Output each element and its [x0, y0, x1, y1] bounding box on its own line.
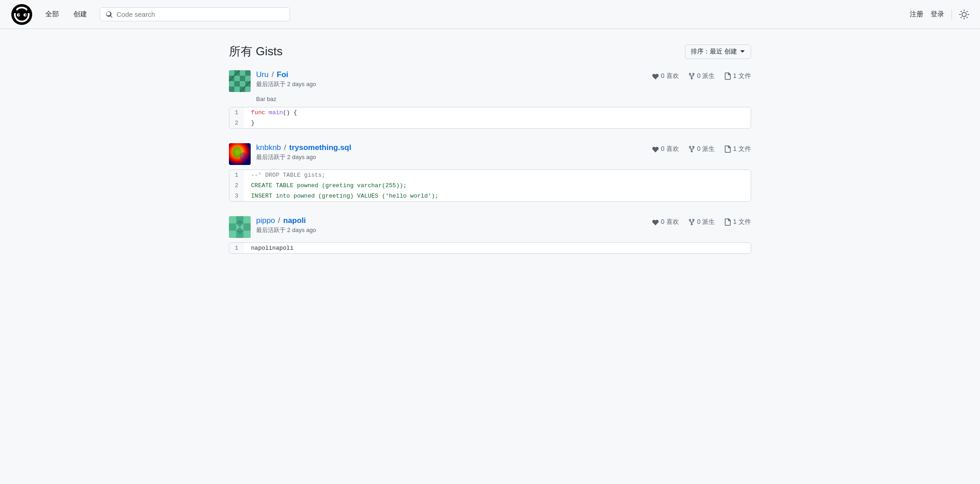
- svg-point-9: [962, 12, 966, 16]
- separator: /: [269, 70, 276, 79]
- svg-rect-21: [240, 70, 245, 76]
- svg-point-39: [240, 152, 247, 161]
- gist-header: knbknb / trysomething.sql 最后活跃于 2 days a…: [229, 143, 751, 165]
- code-block: 1 --' DROP TABLE gists; 2 CREATE TABLE p…: [229, 169, 751, 202]
- gist-filename-link[interactable]: trysomething.sql: [289, 143, 351, 152]
- gist-stats: 0 喜欢 0 派生 1 文件: [652, 70, 751, 80]
- gist-stats: 0 喜欢 0 派生 1 文件: [652, 216, 751, 226]
- chevron-down-icon: [740, 49, 745, 54]
- code-line: 1 --' DROP TABLE gists;: [229, 170, 751, 180]
- gist-name-line: knbknb / trysomething.sql: [256, 143, 351, 152]
- likes-count: 0 喜欢: [661, 218, 679, 226]
- svg-rect-44: [229, 223, 236, 231]
- gist-user-link[interactable]: Uru: [256, 70, 268, 79]
- gist-timestamp: 最后活跃于 2 days ago: [256, 153, 351, 161]
- code-line: 1 func main() {: [229, 107, 751, 118]
- gist-meta: pippo / napoli 最后活跃于 2 days ago: [256, 216, 316, 234]
- svg-rect-19: [229, 70, 234, 76]
- avatar[interactable]: [229, 143, 251, 165]
- svg-rect-31: [229, 87, 234, 92]
- likes-stat[interactable]: 0 喜欢: [652, 145, 679, 153]
- files-stat: 1 文件: [724, 145, 751, 153]
- search-input[interactable]: [116, 10, 284, 18]
- register-link[interactable]: 注册: [910, 10, 923, 19]
- line-code: napolinapoli: [244, 243, 751, 253]
- gist-name-line: pippo / napoli: [256, 216, 316, 225]
- forks-stat[interactable]: 0 派生: [688, 218, 715, 226]
- gist-item: Uru / Foi 最后活跃于 2 days ago 0 喜欢 0 派生 1 文…: [229, 70, 751, 129]
- gist-timestamp: 最后活跃于 2 days ago: [256, 80, 316, 88]
- code-line: 1 napolinapoli: [229, 243, 751, 253]
- svg-line-16: [961, 17, 961, 17]
- line-number: 1: [229, 170, 244, 180]
- avatar[interactable]: [229, 70, 251, 92]
- gist-header: pippo / napoli 最后活跃于 2 days ago 0 喜欢 0 派…: [229, 216, 751, 238]
- theme-toggle-icon[interactable]: [959, 10, 969, 19]
- code-table: 1 --' DROP TABLE gists; 2 CREATE TABLE p…: [229, 170, 751, 201]
- logo[interactable]: [11, 4, 33, 25]
- line-number: 1: [229, 243, 244, 253]
- login-link[interactable]: 登录: [931, 10, 944, 19]
- line-code: CREATE TABLE powned (greeting varchar(25…: [244, 180, 751, 191]
- gist-name-line: Uru / Foi: [256, 70, 316, 79]
- svg-line-17: [967, 11, 967, 11]
- header: 全部 创建 注册 登录: [0, 0, 980, 29]
- header-right: 注册 登录: [910, 9, 969, 20]
- gist-info: knbknb / trysomething.sql 最后活跃于 2 days a…: [229, 143, 351, 165]
- forks-stat[interactable]: 0 派生: [688, 72, 715, 80]
- svg-rect-26: [245, 76, 251, 81]
- svg-line-12: [961, 11, 961, 11]
- sort-dropdown[interactable]: 排序：最近 创建: [685, 44, 751, 59]
- svg-rect-25: [240, 76, 245, 81]
- files-count: 1 文件: [733, 72, 751, 80]
- nav-create[interactable]: 创建: [68, 7, 92, 21]
- line-number: 3: [229, 191, 244, 201]
- likes-stat[interactable]: 0 喜欢: [652, 72, 679, 80]
- gists-list: Uru / Foi 最后活跃于 2 days ago 0 喜欢 0 派生 1 文…: [229, 70, 751, 254]
- svg-rect-34: [245, 87, 251, 92]
- line-number: 2: [229, 118, 244, 128]
- svg-rect-41: [229, 216, 236, 223]
- gist-user-link[interactable]: knbknb: [256, 143, 281, 152]
- gist-meta: knbknb / trysomething.sql 最后活跃于 2 days a…: [256, 143, 351, 161]
- gist-user-link[interactable]: pippo: [256, 216, 275, 225]
- likes-count: 0 喜欢: [661, 72, 679, 80]
- svg-rect-43: [243, 216, 251, 223]
- line-code: INSERT into powned (greeting) VALUES ('h…: [244, 191, 751, 201]
- svg-rect-22: [245, 70, 251, 76]
- sort-label: 排序：最近 创建: [691, 48, 737, 56]
- gist-filename-link[interactable]: napoli: [283, 216, 306, 225]
- search-box: [100, 7, 290, 21]
- svg-rect-49: [243, 231, 251, 238]
- gist-item: knbknb / trysomething.sql 最后活跃于 2 days a…: [229, 143, 751, 202]
- page-header: 所有 Gists 排序：最近 创建: [229, 44, 751, 59]
- files-stat: 1 文件: [724, 72, 751, 80]
- svg-rect-47: [229, 231, 236, 238]
- code-table: 1 func main() { 2 }: [229, 107, 751, 128]
- files-count: 1 文件: [733, 218, 751, 226]
- svg-line-13: [967, 17, 967, 17]
- gist-stats: 0 喜欢 0 派生 1 文件: [652, 143, 751, 153]
- forks-stat[interactable]: 0 派生: [688, 145, 715, 153]
- line-number: 1: [229, 107, 244, 118]
- avatar[interactable]: [229, 216, 251, 238]
- code-table: 1 napolinapoli: [229, 243, 751, 253]
- separator: /: [276, 216, 282, 225]
- files-stat: 1 文件: [724, 218, 751, 226]
- code-line: 3 INSERT into powned (greeting) VALUES (…: [229, 191, 751, 201]
- header-divider: [951, 9, 952, 20]
- gist-header: Uru / Foi 最后活跃于 2 days ago 0 喜欢 0 派生 1 文…: [229, 70, 751, 92]
- gist-info: pippo / napoli 最后活跃于 2 days ago: [229, 216, 316, 238]
- line-code: }: [244, 118, 751, 128]
- nav-all[interactable]: 全部: [40, 7, 64, 21]
- files-count: 1 文件: [733, 145, 751, 153]
- line-code: --' DROP TABLE gists;: [244, 170, 751, 180]
- separator: /: [282, 143, 288, 152]
- gist-item: pippo / napoli 最后活跃于 2 days ago 0 喜欢 0 派…: [229, 216, 751, 254]
- likes-stat[interactable]: 0 喜欢: [652, 218, 679, 226]
- page-title: 所有 Gists: [229, 44, 282, 59]
- gist-filename-link[interactable]: Foi: [277, 70, 289, 79]
- main-content: 所有 Gists 排序：最近 创建: [218, 29, 762, 283]
- gist-meta: Uru / Foi 最后活跃于 2 days ago: [256, 70, 316, 88]
- svg-rect-32: [234, 87, 240, 92]
